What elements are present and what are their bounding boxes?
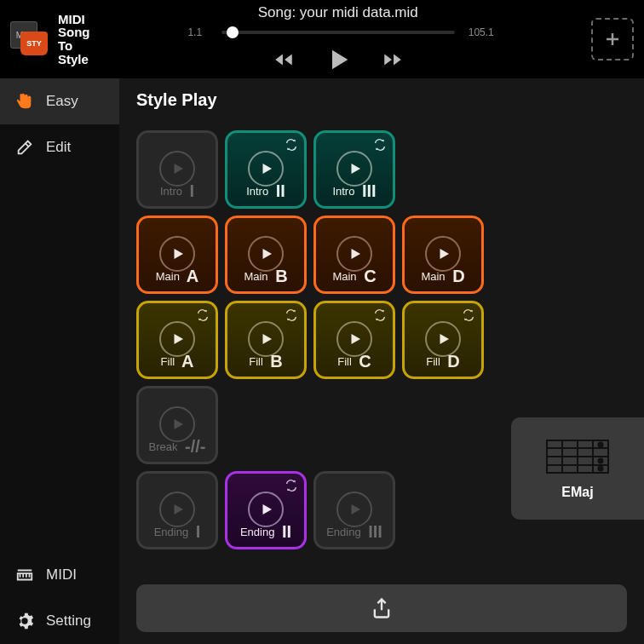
plus-icon xyxy=(602,29,623,49)
song-position-end: 105.1 xyxy=(467,26,496,38)
tile-intro-3[interactable]: Intro III xyxy=(313,130,395,209)
rewind-button[interactable] xyxy=(273,49,295,71)
tile-label: Break -//- xyxy=(139,437,216,457)
song-progress-slider[interactable] xyxy=(221,31,455,34)
svg-point-8 xyxy=(598,458,604,464)
loop-icon xyxy=(373,138,387,152)
sidebar-item-edit[interactable]: Edit xyxy=(0,124,119,170)
sidebar-item-easy[interactable]: Easy xyxy=(0,78,119,124)
gear-icon xyxy=(15,612,34,630)
logo-sty-badge: STY xyxy=(20,32,48,55)
forward-button[interactable] xyxy=(382,49,404,71)
tile-label: Intro II xyxy=(227,181,304,201)
main-panel: Style Play Intro IIntro IIIntro IIIMain … xyxy=(119,78,644,644)
share-button[interactable] xyxy=(136,584,627,632)
edit-icon xyxy=(15,138,34,157)
header: MID STY MIDI Song To Style Song: your mi… xyxy=(0,0,644,78)
chord-panel[interactable]: EMaj xyxy=(511,417,644,520)
tile-label: Ending I xyxy=(139,522,216,542)
loop-icon xyxy=(285,479,298,492)
loop-icon xyxy=(285,308,298,322)
tile-label: Ending III xyxy=(316,522,393,542)
song-title: Song: your midi data.mid xyxy=(258,4,418,21)
app-logo: MID STY xyxy=(10,20,49,59)
add-button[interactable] xyxy=(591,18,634,60)
tile-main-4[interactable]: Main D xyxy=(402,216,484,294)
tile-label: Fill D xyxy=(405,352,481,371)
row-intro: Intro IIntro IIIntro III xyxy=(136,130,644,209)
sidebar-item-label: Edit xyxy=(46,139,71,156)
app-name: MIDI Song To Style xyxy=(58,13,90,66)
svg-point-7 xyxy=(598,442,604,448)
tile-ending-3[interactable]: Ending III xyxy=(313,471,395,549)
share-icon xyxy=(370,596,394,620)
tile-main-2[interactable]: Main B xyxy=(225,216,307,294)
tile-label: Main B xyxy=(227,267,304,286)
loop-icon xyxy=(196,308,210,322)
tile-break-1[interactable]: Break -//- xyxy=(136,386,218,464)
sidebar-item-label: Setting xyxy=(46,612,91,630)
tile-label: Main A xyxy=(139,267,216,286)
midi-icon xyxy=(15,566,34,584)
tile-fill-4[interactable]: Fill D xyxy=(402,301,484,379)
chord-name: EMaj xyxy=(561,485,593,500)
tile-intro-2[interactable]: Intro II xyxy=(225,130,307,209)
hand-icon xyxy=(15,92,34,111)
sidebar-item-setting[interactable]: Setting xyxy=(0,598,119,644)
tile-ending-2[interactable]: Ending II xyxy=(225,471,307,549)
tile-label: Fill B xyxy=(227,352,304,371)
sidebar-item-midi[interactable]: MIDI xyxy=(0,552,119,598)
tile-main-3[interactable]: Main C xyxy=(313,216,395,294)
tile-label: Intro I xyxy=(139,181,216,201)
tile-label: Intro III xyxy=(316,181,393,201)
tile-ending-1[interactable]: Ending I xyxy=(136,471,218,549)
play-button[interactable] xyxy=(324,45,353,74)
loop-icon xyxy=(462,308,475,322)
tile-label: Fill C xyxy=(316,352,393,371)
sidebar-item-label: Easy xyxy=(46,93,78,110)
tile-label: Fill A xyxy=(139,352,216,371)
page-title: Style Play xyxy=(136,90,644,110)
song-position-start: 1.1 xyxy=(181,26,210,38)
tile-fill-2[interactable]: Fill B xyxy=(225,301,307,379)
tile-label: Main C xyxy=(316,267,393,286)
sidebar: Easy Edit MIDI Setting xyxy=(0,78,119,644)
loop-icon xyxy=(373,308,387,322)
tile-label: Ending II xyxy=(227,522,304,542)
loop-icon xyxy=(285,138,298,152)
row-fill: Fill AFill BFill CFill D xyxy=(136,301,644,379)
tile-fill-1[interactable]: Fill A xyxy=(136,301,218,379)
tile-label: Main D xyxy=(405,267,481,286)
song-progress-thumb[interactable] xyxy=(227,26,239,38)
svg-point-9 xyxy=(598,466,604,472)
row-main: Main AMain BMain CMain D xyxy=(136,216,644,294)
tile-fill-3[interactable]: Fill C xyxy=(313,301,395,379)
tile-main-1[interactable]: Main A xyxy=(136,216,218,294)
chord-diagram-icon xyxy=(543,437,612,476)
tile-intro-1[interactable]: Intro I xyxy=(136,130,218,209)
sidebar-item-label: MIDI xyxy=(46,566,77,584)
